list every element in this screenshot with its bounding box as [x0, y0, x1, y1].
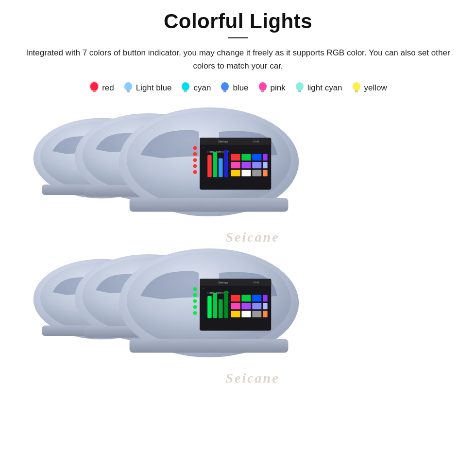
page-title: Colorful Lights [15, 10, 461, 33]
svg-rect-55 [231, 154, 240, 160]
svg-rect-109 [207, 296, 212, 318]
svg-point-128 [193, 305, 197, 309]
svg-point-0 [90, 82, 98, 91]
svg-rect-62 [263, 162, 268, 168]
svg-point-127 [193, 299, 197, 303]
svg-rect-7 [223, 90, 226, 92]
svg-point-67 [193, 146, 197, 150]
svg-rect-122 [241, 311, 251, 317]
color-item-red: red [89, 81, 114, 95]
svg-rect-123 [252, 311, 261, 317]
bottom-car-row: Settings [15, 247, 476, 388]
color-indicators: red Light blue cyan blue [15, 81, 461, 95]
svg-text:Settings: Settings [218, 140, 228, 143]
color-item-yellow: yellow [351, 81, 387, 95]
bulb-icon-yellow [351, 81, 362, 95]
svg-text:←: ← [202, 286, 206, 290]
svg-rect-5 [184, 90, 187, 92]
svg-rect-118 [241, 303, 251, 309]
svg-rect-121 [231, 311, 240, 317]
page-description: Integrated with 7 colors of button indic… [19, 46, 457, 72]
svg-rect-124 [263, 311, 268, 317]
svg-rect-61 [252, 162, 261, 168]
title-divider [228, 37, 248, 38]
svg-rect-11 [298, 90, 301, 92]
svg-rect-46 [200, 138, 271, 145]
bottom-row-svg: Settings [15, 247, 476, 388]
svg-rect-110 [213, 293, 218, 318]
svg-rect-112 [224, 291, 228, 318]
svg-point-69 [193, 158, 197, 162]
svg-rect-102 [130, 339, 289, 353]
svg-rect-52 [213, 152, 218, 177]
svg-rect-13 [355, 90, 358, 92]
svg-rect-58 [263, 154, 268, 160]
svg-point-6 [221, 82, 229, 91]
svg-text:Settings: Settings [218, 281, 228, 284]
svg-text:14:40: 14:40 [253, 281, 259, 284]
svg-rect-44 [130, 198, 289, 212]
svg-point-126 [193, 293, 197, 297]
svg-rect-64 [241, 170, 251, 176]
svg-rect-59 [231, 162, 240, 168]
color-label-lightblue: Light blue [136, 83, 172, 93]
top-car-row: Settings [15, 106, 476, 247]
svg-rect-9 [261, 90, 264, 92]
svg-point-68 [193, 152, 197, 156]
svg-point-8 [259, 82, 267, 91]
svg-point-2 [124, 82, 132, 91]
svg-rect-115 [252, 295, 261, 301]
color-item-pink: pink [257, 81, 286, 95]
svg-rect-120 [263, 303, 268, 309]
svg-point-125 [193, 287, 197, 291]
color-label-lightcyan: light cyan [307, 83, 342, 93]
svg-rect-51 [207, 155, 212, 177]
bulb-icon-cyan [180, 81, 191, 95]
svg-rect-117 [231, 303, 240, 309]
svg-rect-65 [252, 170, 261, 176]
bulb-icon-blue [220, 81, 230, 95]
page: Colorful Lights Integrated with 7 colors… [0, 0, 476, 457]
svg-rect-114 [241, 295, 251, 301]
top-row-svg: Settings [15, 106, 476, 247]
svg-rect-104 [200, 279, 271, 286]
svg-rect-66 [263, 170, 268, 176]
bulb-icon-lightblue [123, 81, 134, 95]
svg-rect-54 [224, 150, 228, 177]
color-label-cyan: cyan [193, 83, 211, 93]
color-label-red: red [102, 83, 114, 93]
color-label-blue: blue [233, 83, 248, 93]
color-item-lightcyan: light cyan [294, 81, 342, 95]
color-item-blue: blue [220, 81, 248, 95]
color-item-cyan: cyan [180, 81, 211, 95]
svg-text:←: ← [202, 145, 206, 149]
bulb-icon-red [89, 81, 100, 95]
svg-rect-56 [241, 154, 251, 160]
svg-point-129 [193, 311, 197, 315]
svg-rect-63 [231, 170, 240, 176]
svg-text:14:40: 14:40 [253, 141, 259, 143]
svg-point-12 [353, 82, 360, 91]
bulb-icon-pink [257, 81, 268, 95]
svg-rect-116 [263, 295, 268, 301]
color-label-pink: pink [271, 83, 286, 93]
svg-rect-57 [252, 154, 261, 160]
cars-display: Settings [15, 106, 476, 388]
svg-rect-3 [127, 90, 130, 92]
svg-point-10 [296, 82, 304, 91]
svg-point-70 [193, 164, 197, 168]
svg-rect-111 [219, 299, 223, 318]
color-label-yellow: yellow [364, 83, 387, 93]
bulb-icon-lightcyan [294, 81, 305, 95]
svg-point-71 [193, 170, 197, 174]
svg-rect-1 [93, 90, 96, 92]
svg-rect-113 [231, 295, 240, 301]
svg-rect-119 [252, 303, 261, 309]
svg-point-4 [182, 82, 189, 91]
svg-rect-60 [241, 162, 251, 168]
svg-rect-53 [219, 158, 223, 177]
color-item-lightblue: Light blue [123, 81, 172, 95]
